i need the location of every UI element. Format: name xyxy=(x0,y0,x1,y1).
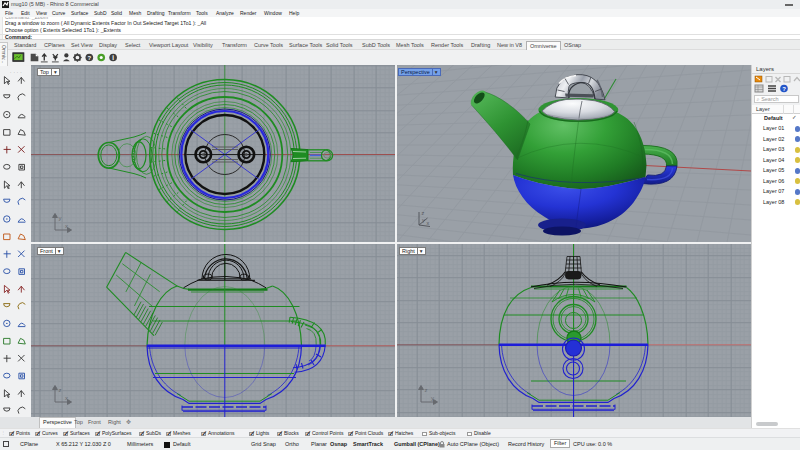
svg-text:z: z xyxy=(425,387,428,393)
svg-text:x: x xyxy=(65,223,68,229)
svg-text:z: z xyxy=(59,387,62,393)
svg-text:x: x xyxy=(427,220,430,226)
svg-text:i: i xyxy=(112,54,114,61)
svg-text:x: x xyxy=(65,395,68,401)
svg-text:?: ? xyxy=(782,86,786,92)
svg-text:y: y xyxy=(431,395,434,401)
svg-text:?: ? xyxy=(88,55,92,61)
svg-text:y: y xyxy=(59,215,62,221)
svg-text:z: z xyxy=(422,210,425,216)
svg-text:y: y xyxy=(422,217,425,223)
